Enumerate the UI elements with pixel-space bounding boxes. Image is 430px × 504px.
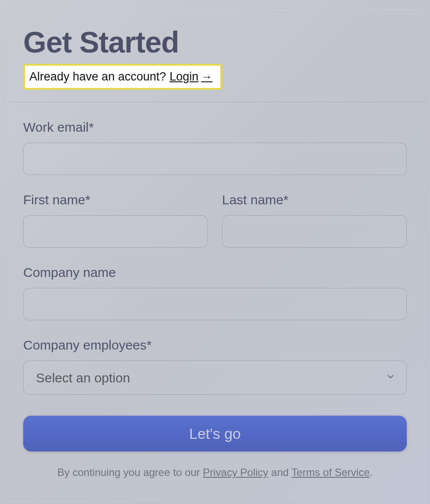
first-name-group: First name*: [23, 192, 208, 248]
footer-and: and: [268, 466, 292, 478]
name-row: First name* Last name*: [23, 192, 407, 248]
terms-of-service-link[interactable]: Terms of Service: [292, 466, 370, 478]
page-title: Get Started: [23, 27, 407, 58]
signup-form: Work email* First name* Last name* Compa…: [3, 102, 427, 487]
login-callout: Already have an account? Login →: [23, 64, 222, 90]
submit-button[interactable]: Let's go: [23, 416, 407, 452]
last-name-input[interactable]: [222, 215, 407, 248]
company-name-group: Company name: [23, 265, 407, 320]
card-header: Get Started Already have an account? Log…: [3, 9, 427, 102]
company-employees-group: Company employees* Select an option: [23, 338, 407, 395]
already-have-account-text: Already have an account?: [29, 70, 166, 84]
company-employees-select[interactable]: Select an option: [23, 360, 407, 395]
company-name-input[interactable]: [23, 288, 407, 320]
first-name-input[interactable]: [23, 215, 208, 248]
first-name-label: First name*: [23, 192, 208, 207]
company-employees-label: Company employees*: [23, 338, 407, 353]
work-email-group: Work email*: [23, 120, 407, 175]
work-email-input[interactable]: [23, 143, 407, 175]
login-link-label: Login: [169, 70, 198, 84]
company-name-label: Company name: [23, 265, 407, 280]
signup-card: Get Started Already have an account? Log…: [3, 9, 427, 504]
work-email-label: Work email*: [23, 120, 407, 135]
login-link[interactable]: Login →: [169, 70, 212, 84]
last-name-group: Last name*: [222, 192, 407, 248]
footer-prefix: By continuing you agree to our: [57, 466, 203, 478]
arrow-right-icon: →: [201, 70, 212, 84]
legal-footer: By continuing you agree to our Privacy P…: [23, 466, 407, 479]
footer-suffix: .: [370, 466, 373, 478]
privacy-policy-link[interactable]: Privacy Policy: [203, 466, 268, 478]
last-name-label: Last name*: [222, 192, 407, 207]
